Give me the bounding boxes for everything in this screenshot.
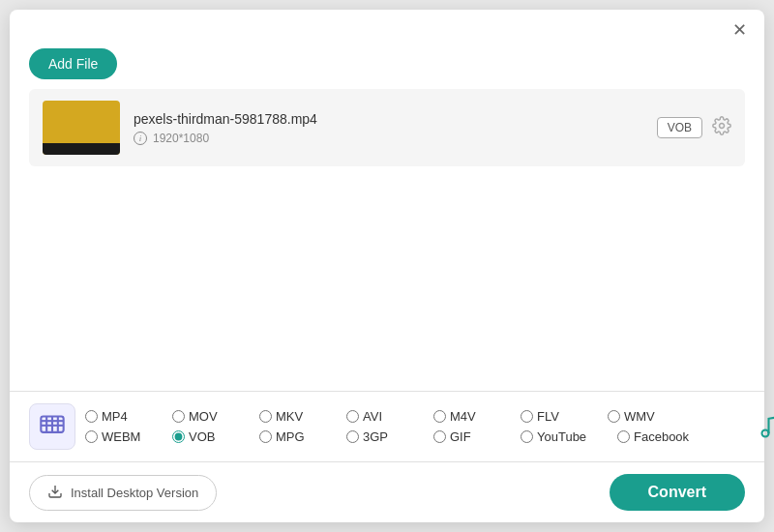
format-flv[interactable]: FLV bbox=[521, 409, 608, 424]
install-label: Install Desktop Version bbox=[71, 486, 198, 500]
music-icon bbox=[759, 413, 774, 440]
format-panel: MP4 MOV MKV AVI M4V FLV WM bbox=[10, 391, 764, 461]
file-resolution: 1920*1080 bbox=[153, 132, 209, 145]
format-vob[interactable]: VOB bbox=[172, 429, 259, 444]
format-youtube[interactable]: YouTube bbox=[521, 429, 617, 444]
format-badge[interactable]: VOB bbox=[657, 117, 702, 138]
format-mpg[interactable]: MPG bbox=[259, 429, 346, 444]
file-info: pexels-thirdman-5981788.mp4 i 1920*1080 bbox=[134, 111, 643, 145]
format-3gp[interactable]: 3GP bbox=[346, 429, 433, 444]
format-mov[interactable]: MOV bbox=[172, 409, 259, 424]
bottom-bar: Install Desktop Version Convert bbox=[10, 461, 764, 522]
file-item: pexels-thirdman-5981788.mp4 i 1920*1080 … bbox=[29, 89, 745, 166]
format-row-1: MP4 MOV MKV AVI M4V FLV WM bbox=[85, 409, 714, 424]
format-avi[interactable]: AVI bbox=[346, 409, 433, 424]
install-button[interactable]: Install Desktop Version bbox=[29, 475, 217, 511]
file-name: pexels-thirdman-5981788.mp4 bbox=[134, 111, 643, 127]
settings-icon[interactable] bbox=[712, 116, 731, 140]
close-button[interactable]: ✕ bbox=[729, 19, 751, 41]
format-m4v[interactable]: M4V bbox=[433, 409, 521, 424]
format-wmv[interactable]: WMV bbox=[608, 409, 695, 424]
format-grid: MP4 MOV MKV AVI M4V FLV WM bbox=[85, 409, 714, 444]
format-gif[interactable]: GIF bbox=[433, 429, 521, 444]
svg-point-0 bbox=[720, 123, 725, 128]
file-actions: VOB bbox=[657, 116, 731, 140]
file-list: pexels-thirdman-5981788.mp4 i 1920*1080 … bbox=[10, 89, 764, 391]
toolbar: Add File bbox=[10, 41, 764, 89]
file-meta: i 1920*1080 bbox=[134, 132, 643, 145]
format-mp4[interactable]: MP4 bbox=[85, 409, 172, 424]
add-file-button[interactable]: Add File bbox=[29, 48, 117, 79]
svg-point-7 bbox=[762, 430, 769, 437]
convert-button[interactable]: Convert bbox=[610, 474, 745, 511]
format-mkv[interactable]: MKV bbox=[259, 409, 346, 424]
format-webm[interactable]: WEBM bbox=[85, 429, 172, 444]
info-icon: i bbox=[134, 132, 147, 145]
download-icon bbox=[47, 484, 63, 502]
music-icon-box[interactable] bbox=[749, 403, 774, 450]
title-bar: ✕ bbox=[10, 10, 764, 41]
file-thumbnail bbox=[43, 101, 120, 155]
format-row-2: WEBM VOB MPG 3GP GIF YouTube bbox=[85, 429, 714, 444]
video-icon bbox=[39, 413, 66, 440]
video-icon-box[interactable] bbox=[29, 403, 75, 450]
main-window: ✕ Add File pexels-thirdman-5981788.mp4 i… bbox=[10, 10, 764, 522]
format-facebook[interactable]: Facebook bbox=[617, 429, 714, 444]
